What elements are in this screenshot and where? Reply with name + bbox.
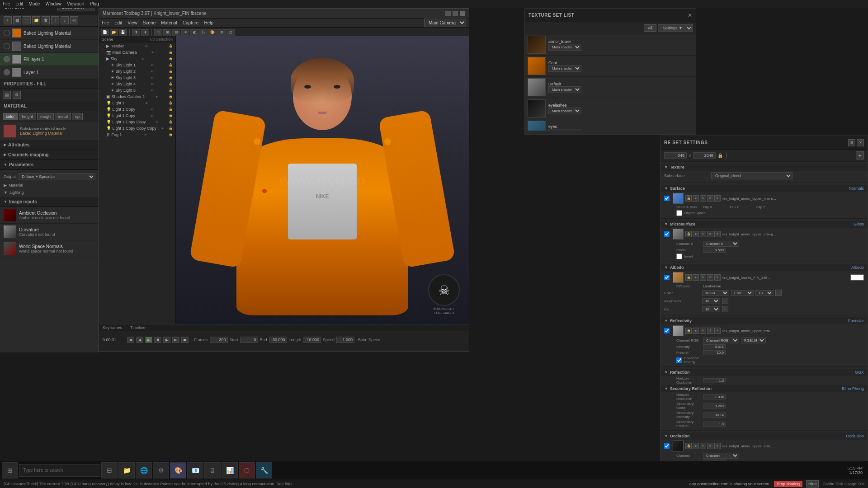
tsl-all-btn[interactable]: All: [644, 24, 656, 32]
menu-mode[interactable]: Mode: [28, 1, 40, 6]
occ-refresh-icon[interactable]: ↺: [707, 443, 713, 449]
texture-section-header[interactable]: ▼ Texture: [660, 164, 868, 171]
albedo-checkbox[interactable]: [664, 275, 670, 280]
solo-btn[interactable]: ◎: [70, 16, 78, 24]
gloss-del-icon[interactable]: ✕: [714, 231, 721, 237]
ive-minus-icon[interactable]: −: [722, 306, 728, 312]
i8-dropdown-2[interactable]: 18: [702, 298, 720, 304]
tsl-shader-default[interactable]: Main shader: [548, 86, 581, 93]
object-space-checkbox[interactable]: [676, 210, 682, 216]
srgb-dropdown[interactable]: sRGB: [702, 290, 729, 296]
i8-dropdown-1[interactable]: 18: [755, 290, 774, 296]
albedo-view-icon[interactable]: 👁: [693, 274, 699, 281]
tb-light[interactable]: ☀: [181, 29, 189, 36]
occ-view-icon[interactable]: 👁: [693, 443, 699, 449]
scene-light1copycopycopy[interactable]: 💡 Light 1 Copy Copy Copy 👁🔒: [99, 125, 175, 131]
secondary-intensity-input[interactable]: [703, 413, 726, 418]
reflection-header[interactable]: ▼ Reflection GGX: [660, 369, 868, 376]
normal-map-checkbox[interactable]: [664, 196, 670, 201]
rss-close-btn[interactable]: ✕: [857, 139, 864, 146]
start-btn[interactable]: ⊞: [2, 462, 18, 479]
search-bar[interactable]: Type here to search: [19, 464, 100, 477]
scene-light1copy[interactable]: 💡 Light 1 Copy 👁🔒: [99, 106, 175, 113]
tl-record[interactable]: ⏺: [181, 337, 189, 343]
group-btn[interactable]: 📁: [32, 16, 40, 24]
end-input[interactable]: [269, 337, 287, 343]
output-dropdown[interactable]: Diffuse + Specular: [18, 173, 95, 180]
monitor-btn[interactable]: 🖥: [204, 462, 221, 479]
edge-btn[interactable]: 🌐: [136, 462, 152, 479]
tsl-shader-coat[interactable]: Main shader: [548, 65, 581, 72]
m-scene[interactable]: Scene: [143, 20, 156, 25]
mail-btn[interactable]: 📧: [187, 462, 203, 479]
tsl-close-btn[interactable]: ✕: [688, 12, 692, 19]
layer-item-1[interactable]: Baked Lighting Material: [0, 40, 99, 53]
gloss-lock-icon[interactable]: 🔒: [685, 231, 692, 237]
fresnel-input[interactable]: [703, 350, 726, 355]
scene-light1[interactable]: 💡 Light 1 👁🔒: [99, 100, 175, 106]
conserve-energy-checkbox[interactable]: [676, 357, 682, 363]
m-file[interactable]: File: [102, 20, 109, 25]
microsurface-header[interactable]: ▼ Microsurface Gloss: [660, 221, 868, 228]
chart-btn[interactable]: 📊: [222, 462, 238, 479]
curvature-input[interactable]: Curvature Curvature not found: [0, 224, 99, 240]
add-map-btn[interactable]: +: [856, 151, 864, 160]
subsurface-dropdown[interactable]: Original_direct: [711, 172, 793, 179]
tl-start[interactable]: ⏮: [127, 337, 134, 343]
prop-settings-btn[interactable]: ⚙: [13, 91, 21, 99]
reflectivity-header[interactable]: ▼ Reflectivity Specular: [660, 317, 868, 324]
add-mask-btn[interactable]: ⬚: [23, 16, 31, 24]
surface-section-header[interactable]: ▼ Surface Normals: [660, 185, 868, 192]
occ-channel-dropdown[interactable]: Channel: [703, 453, 739, 459]
m-edit[interactable]: Edit: [114, 20, 122, 25]
scene-light1copy2[interactable]: 💡 Light 1 Copy 👁🔒: [99, 113, 175, 119]
l16f-dropdown[interactable]: L16F: [731, 290, 754, 296]
color-minus-icon[interactable]: −: [775, 290, 782, 296]
length-input[interactable]: [303, 337, 321, 343]
tl-pause[interactable]: ⏸: [154, 337, 161, 343]
specular-checkbox[interactable]: [664, 328, 670, 333]
tb-import[interactable]: ⬆: [132, 29, 140, 36]
layer-vis-2[interactable]: [4, 56, 10, 62]
layer-vis-1[interactable]: [4, 43, 10, 49]
tb-new[interactable]: 📄: [101, 29, 109, 36]
scene-sky5[interactable]: ☀ Sky Light 5 👁🔒: [99, 87, 175, 94]
layer-item-3[interactable]: Layer 1: [0, 66, 99, 79]
tab-op[interactable]: op: [72, 113, 83, 120]
camera-dropdown[interactable]: Main Camera: [424, 19, 466, 27]
gloss-input[interactable]: [703, 248, 726, 253]
occ-del-icon[interactable]: ✕: [714, 443, 721, 449]
secondary-gloss-input[interactable]: [703, 404, 726, 408]
tsl-item-default[interactable]: Default Main shader: [525, 77, 696, 98]
prop-view-btn[interactable]: ▤: [3, 91, 11, 99]
albedo-header[interactable]: ▼ Albedo Albedo: [660, 264, 868, 271]
taskview-btn[interactable]: ⊟: [101, 462, 118, 479]
explorer-btn[interactable]: 📁: [118, 462, 135, 479]
marmoset-minimize-btn[interactable]: [445, 11, 451, 16]
occlusion-checkbox[interactable]: [664, 443, 670, 449]
tb-perspective[interactable]: □: [154, 29, 162, 36]
albedo-refresh-icon[interactable]: ↺: [707, 274, 713, 281]
del-layer-btn[interactable]: 🗑: [42, 16, 50, 24]
marmoset-close-btn[interactable]: [460, 11, 465, 16]
tsl-shader-armor-lower[interactable]: Main shader: [548, 44, 581, 51]
horizon-occ-input[interactable]: [703, 378, 726, 383]
scene-sky1[interactable]: ☀ Sky Light 1 👁🔒: [99, 62, 175, 68]
tsl-item-armor-lower[interactable]: armor_lower Main shader: [525, 34, 696, 56]
tb-settings[interactable]: ⚙: [217, 29, 226, 36]
image-inputs-header[interactable]: ▼ Image inputs: [0, 197, 99, 207]
specular-lock-icon[interactable]: 🔒: [685, 328, 692, 334]
gloss-checkbox[interactable]: [664, 231, 670, 237]
substance-taskbar-btn[interactable]: ⬡: [239, 462, 255, 479]
gloss-edit-icon[interactable]: ✎: [700, 231, 706, 237]
spec-channel-dropdown[interactable]: Channel RGB: [703, 338, 739, 343]
width-input[interactable]: [664, 152, 687, 159]
menu-viewport[interactable]: Viewport: [67, 1, 85, 6]
i8-dropdown-3[interactable]: 18: [702, 306, 720, 312]
specular-refresh-icon[interactable]: ↺: [707, 328, 713, 334]
stop-sharing-btn[interactable]: Stop sharing: [774, 481, 802, 487]
tsl-item-eyes[interactable]: eyes Main shader: [525, 119, 696, 131]
layer-vis-3[interactable]: [4, 69, 10, 75]
invert-checkbox[interactable]: [676, 253, 682, 259]
paint-btn[interactable]: 🎨: [170, 462, 186, 479]
